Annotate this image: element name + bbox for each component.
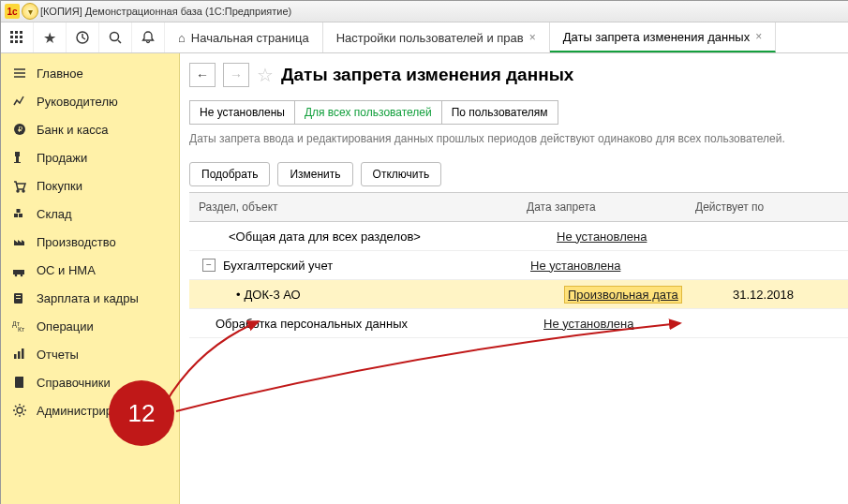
col-section-object: Раздел, объект bbox=[189, 200, 527, 214]
close-icon[interactable]: × bbox=[755, 30, 762, 43]
grid-row[interactable]: Обработка персональных данных Не установ… bbox=[189, 309, 848, 338]
sidebar-item-production[interactable]: Производство bbox=[1, 228, 179, 256]
sidebar-item-manager[interactable]: Руководителю bbox=[1, 87, 179, 115]
nav-back-button[interactable]: ← bbox=[189, 63, 216, 87]
svg-rect-3 bbox=[10, 36, 13, 38]
svg-rect-23 bbox=[16, 298, 21, 299]
sidebar-item-assets[interactable]: ОС и НМА bbox=[1, 256, 179, 284]
sidebar-item-label: Банк и касса bbox=[37, 123, 109, 137]
star-icon[interactable]: ★ bbox=[34, 22, 67, 52]
svg-point-14 bbox=[22, 190, 24, 192]
tab-settings-users[interactable]: Настройки пользователей и прав × bbox=[323, 22, 550, 52]
svg-text:Кт: Кт bbox=[18, 326, 25, 333]
svg-rect-7 bbox=[15, 40, 18, 43]
bullet-icon: • bbox=[236, 288, 241, 302]
sidebar-item-reports[interactable]: Отчеты bbox=[1, 340, 179, 368]
cell-section: Бухгалтерский учет bbox=[223, 259, 333, 273]
cell-date-link[interactable]: Произвольная дата bbox=[564, 286, 682, 304]
svg-rect-30 bbox=[22, 377, 23, 388]
sidebar-item-operations[interactable]: ДтКтОперации bbox=[1, 312, 179, 340]
svg-rect-29 bbox=[15, 377, 22, 388]
svg-rect-8 bbox=[20, 40, 22, 43]
sidebar-item-label: Справочники bbox=[37, 376, 111, 390]
edit-button[interactable]: Изменить bbox=[277, 162, 352, 186]
search-icon[interactable] bbox=[99, 22, 132, 52]
svg-rect-4 bbox=[15, 36, 18, 38]
svg-rect-1 bbox=[15, 31, 18, 34]
apps-icon[interactable] bbox=[1, 22, 34, 52]
cell-date-link[interactable]: Не установлена bbox=[530, 259, 620, 273]
svg-rect-2 bbox=[20, 31, 22, 34]
collapse-icon[interactable]: − bbox=[202, 259, 216, 272]
mode-not-set[interactable]: Не установлены bbox=[190, 101, 295, 124]
tab-label: Начальная страница bbox=[191, 31, 309, 45]
cell-section: ДОК-3 АО bbox=[245, 288, 301, 302]
col-prohibit-date: Дата запрета bbox=[527, 200, 695, 214]
svg-rect-0 bbox=[10, 31, 13, 34]
svg-rect-27 bbox=[18, 351, 21, 359]
grid-row-selected[interactable]: • ДОК-3 АО Произвольная дата 31.12.2018 bbox=[189, 280, 848, 309]
mode-all-users[interactable]: Для всех пользователей bbox=[295, 101, 442, 124]
close-icon[interactable]: × bbox=[529, 31, 536, 44]
sidebar-item-label: ОС и НМА bbox=[37, 263, 96, 277]
cell-date-link[interactable]: Не установлена bbox=[557, 230, 647, 244]
sidebar-item-label: Руководителю bbox=[37, 95, 118, 109]
svg-rect-17 bbox=[17, 209, 21, 213]
svg-point-13 bbox=[17, 190, 19, 192]
svg-rect-18 bbox=[13, 270, 24, 274]
sidebar-item-label: Отчеты bbox=[37, 348, 79, 362]
mode-by-users[interactable]: По пользователям bbox=[442, 101, 558, 124]
description-text: Даты запрета ввода и редактирования данн… bbox=[189, 132, 848, 145]
tab-label: Даты запрета изменения данных bbox=[563, 30, 750, 44]
sidebar-item-label: Продажи bbox=[37, 151, 87, 165]
svg-rect-28 bbox=[22, 348, 24, 359]
pick-button[interactable]: Подобрать bbox=[189, 162, 270, 186]
sidebar-item-purchases[interactable]: Покупки bbox=[1, 171, 179, 200]
sidebar-item-label: Главное bbox=[37, 67, 83, 81]
history-icon[interactable] bbox=[67, 22, 99, 52]
svg-rect-5 bbox=[20, 36, 22, 38]
main-toolbar: ★ ⌂ Начальная страница Настройки пользов… bbox=[1, 22, 848, 53]
bell-icon[interactable] bbox=[132, 22, 165, 52]
data-grid: Раздел, объект Дата запрета Действует по… bbox=[189, 192, 848, 338]
sidebar-item-bank[interactable]: ₽Банк и касса bbox=[1, 115, 179, 143]
col-valid-through: Действует по bbox=[695, 200, 848, 214]
grid-row[interactable]: −Бухгалтерский учет Не установлена bbox=[189, 251, 848, 280]
grid-row[interactable]: <Общая дата для всех разделов> Не устано… bbox=[189, 222, 848, 251]
sidebar-item-label: Покупки bbox=[37, 179, 82, 193]
cell-date-link[interactable]: Не установлена bbox=[543, 317, 633, 331]
app-dropdown-icon[interactable]: ▾ bbox=[22, 3, 38, 20]
sidebar-item-sales[interactable]: Продажи bbox=[1, 143, 179, 171]
app-logo-icon: 1c bbox=[5, 4, 20, 19]
grid-header: Раздел, объект Дата запрета Действует по bbox=[189, 193, 848, 222]
tab-dates-prohibit[interactable]: Даты запрета изменения данных × bbox=[550, 22, 777, 52]
sidebar-item-salary[interactable]: Зарплата и кадры bbox=[1, 284, 179, 312]
svg-text:₽: ₽ bbox=[18, 126, 22, 134]
svg-rect-26 bbox=[14, 354, 17, 359]
cell-section: Обработка персональных данных bbox=[189, 317, 543, 331]
tab-label: Настройки пользователей и прав bbox=[336, 31, 524, 45]
sidebar-item-label: Зарплата и кадры bbox=[37, 291, 139, 305]
svg-rect-16 bbox=[19, 214, 22, 217]
svg-point-31 bbox=[17, 408, 22, 413]
svg-rect-22 bbox=[16, 295, 21, 296]
svg-rect-6 bbox=[10, 40, 13, 43]
cell-valid: 31.12.2018 bbox=[733, 288, 848, 302]
disable-button[interactable]: Отключить bbox=[361, 162, 442, 186]
content-area: ← → ☆ Даты запрета изменения данных Не у… bbox=[180, 53, 848, 504]
sidebar-item-label: Операции bbox=[37, 319, 94, 334]
nav-forward-button[interactable]: → bbox=[223, 63, 249, 87]
svg-point-10 bbox=[111, 33, 119, 41]
tab-home[interactable]: ⌂ Начальная страница bbox=[165, 22, 323, 52]
sidebar-item-warehouse[interactable]: Склад bbox=[1, 200, 179, 228]
annotation-badge: 12 bbox=[109, 380, 174, 446]
sidebar-item-label: Производство bbox=[37, 235, 116, 249]
favorite-star-icon[interactable]: ☆ bbox=[257, 64, 274, 86]
mode-tabs: Не установлены Для всех пользователей По… bbox=[189, 100, 558, 125]
home-icon: ⌂ bbox=[178, 31, 186, 45]
sidebar-item-main[interactable]: Главное bbox=[1, 59, 179, 87]
titlebar: 1c ▾ [КОПИЯ] Демонстрационная база (1С:П… bbox=[1, 1, 848, 22]
svg-point-20 bbox=[21, 274, 23, 277]
svg-point-19 bbox=[15, 274, 18, 277]
cell-section: <Общая дата для всех разделов> bbox=[189, 230, 557, 244]
